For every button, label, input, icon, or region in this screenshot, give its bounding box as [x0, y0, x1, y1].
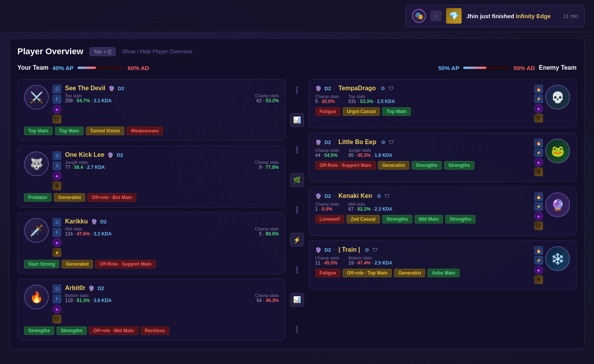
champ-stats-values-2: 5 · 80.0% [255, 231, 279, 237]
gear-icon-3: ⚙ [365, 247, 369, 253]
rank-3: D2 [98, 285, 104, 291]
champ-stats-2: Champ stats 5 · 80.0% [255, 227, 279, 237]
enemy-rank-icon-2: 🔮 [315, 193, 321, 199]
player-name-row-2: Karikku 🔮 D2 [65, 218, 279, 225]
tag-weaknesses-0: Weaknesses [127, 127, 163, 135]
spells-col-3: D F ◆ 🛡 [53, 285, 61, 323]
enemy-card-0[interactable]: 🔮 D2 · TempaDrago ⚙ 🛡 Champ stats 5 [309, 79, 577, 128]
enemy-card-2[interactable]: 🔮 D2 · Kenaki Ken ⚙ 🛡 Champ stats 1 [309, 187, 577, 236]
enemy-champ-values-0: 5 · 20.0% [315, 99, 339, 104]
enemy-team-bar [463, 67, 510, 69]
bottom-stats-values-3: 119 · 51.3% · 3.6 KDA [65, 298, 112, 303]
center-bar-2 [296, 206, 298, 214]
tag-top-main-0b: Top Main [55, 127, 84, 135]
player-card-1[interactable]: 🐺 D S ◆ 🗡 One Kick Lee 🔮 D2 [17, 146, 285, 208]
enemy-card-inner-0: 🔮 D2 · TempaDrago ⚙ 🛡 Champ stats 5 [315, 85, 570, 122]
enemy-item-3: ❄ [534, 275, 543, 284]
spell1-icon-0: D [53, 85, 61, 93]
enemy-mid-values-2: 67 · 52.2% · 2.3 KDA [349, 206, 392, 212]
enemy-item-0: 🛡 [534, 114, 543, 122]
tags-row-1: Predator Generalist Off-role · Bot Main [24, 193, 279, 202]
player-overview-panel: Player Overview Tab + Q Show / Hide Play… [9, 38, 585, 349]
center-bar-1 [296, 146, 298, 154]
tags-row-3: Strengths Strengths Off-role · Mid Main … [24, 326, 279, 335]
bottom-stats-3: Bottom stats 119 · 51.3% · 3.6 KDA [65, 293, 112, 303]
left-column: ⚔️ D F ◆ 🛡 See The Devil 🔮 D2 [17, 79, 285, 341]
enemy-mid-stats-2: Mid stats 67 · 52.2% · 2.3 KDA [349, 202, 392, 212]
center-icon-1: 🌿 [290, 173, 304, 187]
tag-top-main-0a: Top Main [24, 127, 53, 135]
enemy-champ-values-2: 1 · 0.0% [315, 206, 339, 212]
player-name-0: See The Devil [65, 85, 105, 92]
rank-icon-3: 🔮 [88, 285, 94, 291]
tag-strengths-e1b: Strengths [444, 161, 474, 170]
item-icon-2: ⚡ [53, 248, 61, 257]
tag-generalist-e1: Generalist [378, 161, 409, 170]
enemy-spell1-0: 🔥 [534, 85, 543, 93]
spells-col-2: D F ◆ ⚡ [53, 218, 61, 257]
champ-stats-3: Champ stats 54 · 46.3% [255, 293, 279, 303]
tag-offrole-1: Off-role · Bot Main [88, 193, 136, 202]
player-name-row-1: One Kick Lee 🔮 D2 [65, 151, 279, 158]
tag-generalist-e3: Generalist [394, 269, 426, 277]
champ-stats-label-0: Champ stats [255, 93, 279, 98]
enemy-champ-stats-2: Champ stats 1 · 0.0% [315, 202, 339, 212]
enemy-spells-0: 🔥 ⚡ ◆ 🛡 [534, 85, 543, 122]
champ-stats-values-1: 9 · 77.8% [255, 165, 279, 170]
enemy-item-2: 🛡 [534, 221, 543, 230]
center-bar-3 [296, 266, 298, 274]
enemy-champ-label-0: Champ stats [315, 94, 339, 99]
enemy-tags-2: Lonewolf Zed Casual Strengths Mid Main S… [315, 215, 534, 223]
player-card-0[interactable]: ⚔️ D F ◆ 🛡 See The Devil 🔮 D2 [17, 79, 285, 141]
enemy-champ-avatar-2: 🔮 [545, 192, 570, 217]
enemy-champ-avatar-0: 💀 [545, 85, 570, 110]
spells-col-1: D S ◆ 🗡 [53, 151, 61, 190]
enemy-spell1-2: 🔥 [534, 192, 543, 201]
top-stats-label-0: Top stats [65, 93, 112, 98]
tag-strengths-e2a: Strengths [382, 215, 412, 223]
enemy-jungle-stats-1: Jungle stats 95 · 45.3% · 1.8 KDA [349, 148, 392, 158]
tag-urgot-0: Urgot Casual [343, 107, 380, 116]
enemy-name-0: TempaDrago [338, 85, 376, 92]
tag-lonewolf-e2: Lonewolf [315, 215, 344, 223]
enemy-spell2-2: ⚡ [534, 202, 543, 211]
enemy-team-group: 50% AP 50% AD Enemy Team [438, 64, 577, 71]
tag-tunnel-vision-0: Tunnel Vision [86, 127, 125, 135]
item-icon-3: 🛡 [53, 315, 61, 323]
tag-zed-casual-e2: Zed Casual [347, 215, 380, 223]
champ-stats-label-3: Champ stats [255, 293, 279, 298]
rune-icon-3: ◆ [53, 305, 61, 313]
tag-strengths-3b: Strengths [57, 326, 87, 335]
champion-avatar-3: 🔥 [24, 285, 49, 309]
enemy-card-inner-2: 🔮 D2 · Kenaki Ken ⚙ 🛡 Champ stats 1 [315, 192, 570, 230]
enemy-card-3[interactable]: 🔮 D2 · | Train | ⚙ 🛡 Champ stats 11 [309, 240, 577, 290]
champion-avatar-2: 🗡️ [24, 218, 49, 243]
panel-title: Player Overview [17, 46, 83, 57]
enemy-stats-row-0: Champ stats 5 · 20.0% Top stats 531 · 53… [315, 94, 534, 104]
enemy-rune-2: ◆ [534, 212, 543, 220]
player-card-inner-0: ⚔️ D F ◆ 🛡 See The Devil 🔮 D2 [24, 85, 279, 124]
shield-icon-0: 🛡 [388, 86, 393, 91]
enemy-card-inner-1: 🔮 D2 · Little Bo Eep ⚙ 🛡 Champ stats [315, 139, 570, 176]
enemy-top-label-0: Top stats [349, 94, 395, 99]
rank-icon-1: 🔮 [107, 152, 113, 158]
gear-icon-0: ⚙ [381, 86, 385, 91]
champion-avatar-0: ⚔️ [24, 85, 49, 110]
item-icon: 💎 [446, 8, 462, 24]
tag-generalist-2: Generalist [62, 260, 93, 268]
enemy-name-row-2: 🔮 D2 · Kenaki Ken ⚙ 🛡 [315, 192, 534, 199]
rank-icon-0: 🔮 [108, 86, 115, 91]
spells-col-0: D F ◆ 🛡 [53, 85, 61, 124]
player-card-2[interactable]: 🗡️ D F ◆ ⚡ Karikku 🔮 D2 [17, 212, 285, 274]
enemy-champ-label-3: Champ stats [315, 256, 339, 260]
player-card-3[interactable]: 🔥 D F ◆ 🛡 Arbit0r 🔮 D2 [17, 279, 285, 341]
info-col-3: Arbit0r 🔮 D2 Bottom stats 119 · 51.3% · … [65, 285, 279, 303]
stats-row-0: Top stats 258 · 54.7% · 2.1 KDA Champ st… [65, 93, 279, 103]
enemy-rank-icon-0: 🔮 [315, 86, 321, 91]
item-icon-1: 🗡 [53, 182, 61, 190]
rank-icon-2: 🔮 [91, 219, 97, 225]
enemy-bot-values-3: 19 · 47.4% · 2.5 KDA [349, 260, 392, 266]
jungle-stats-1: Jungle stats 77 · 58.4 · 2.7 KDA [65, 160, 105, 170]
enemy-card-1[interactable]: 🔮 D2 · Little Bo Eep ⚙ 🛡 Champ stats [309, 133, 577, 182]
panel-header: Player Overview Tab + Q Show / Hide Play… [17, 46, 577, 57]
